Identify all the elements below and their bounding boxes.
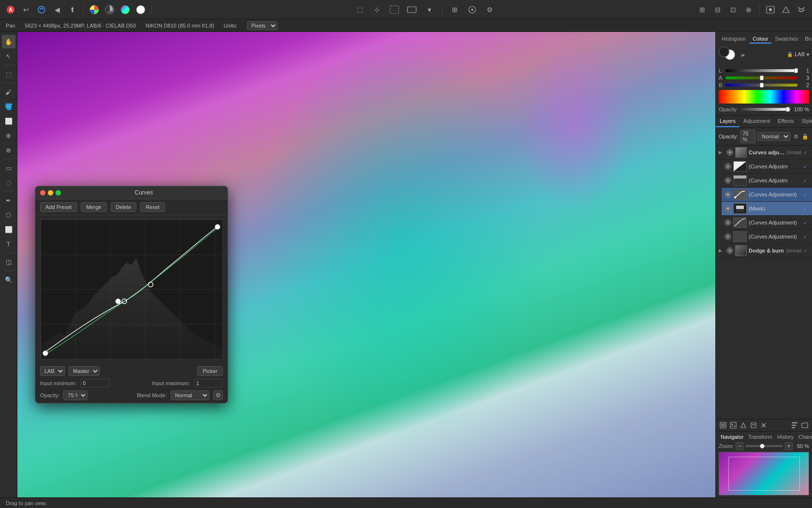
add-pixel-layer-btn[interactable] — [719, 421, 727, 430]
color-wheel-1[interactable] — [87, 3, 101, 16]
app-menu-icon[interactable]: A — [4, 3, 17, 16]
layer-vis-dodge[interactable] — [726, 247, 733, 254]
close-btn[interactable] — [40, 190, 45, 195]
layer-check-dodge[interactable]: ✓ — [803, 248, 809, 254]
layer-item-mask[interactable]: (Mask) ✓ — [722, 202, 812, 216]
layer-item-curves-group[interactable]: ▶ Curves adjustments (Group) ✓ — [716, 146, 812, 160]
add-image-layer-btn[interactable] — [729, 421, 738, 430]
redo-icon[interactable] — [35, 3, 48, 16]
layer-item-curves-5[interactable]: (Curves Adjustment) ✓ — [722, 230, 812, 244]
add-vector-layer-btn[interactable] — [739, 421, 748, 430]
heal-tool[interactable]: ⊗ — [2, 143, 15, 157]
units-select[interactable]: PixelsInchescm — [247, 21, 277, 30]
shape-tool[interactable]: ⬜ — [2, 223, 15, 236]
reset-btn[interactable]: Reset — [140, 202, 165, 212]
share-icon[interactable]: ⬆ — [66, 3, 79, 16]
color-wheel-3[interactable] — [118, 3, 132, 16]
A-thumb[interactable] — [760, 75, 764, 80]
layers-settings-icon[interactable]: ⚙ — [792, 132, 800, 141]
layer-vis-3[interactable] — [725, 191, 731, 198]
layer-check-4[interactable]: ✓ — [803, 220, 809, 225]
opacity-slider[interactable] — [739, 108, 790, 111]
colour-mode-chevron[interactable]: ▾ — [807, 52, 809, 57]
layers-blend-mode[interactable]: NormalMultiplyScreenOverlay — [757, 132, 790, 141]
view-icon-3[interactable]: ⊡ — [726, 3, 740, 16]
input-min-field[interactable] — [80, 379, 109, 388]
layer-check-2[interactable]: ✓ — [803, 178, 809, 183]
grid-icon[interactable]: ⊞ — [448, 3, 462, 16]
B-thumb[interactable] — [760, 83, 764, 88]
layer-vis-mask[interactable] — [725, 205, 731, 212]
view-icon-4[interactable]: ⊕ — [742, 3, 755, 16]
zoom-in-btn[interactable]: + — [785, 442, 793, 450]
nav-preview[interactable] — [719, 452, 809, 495]
pan-tool[interactable]: ✋ — [2, 35, 15, 48]
delete-layer-btn[interactable] — [759, 421, 768, 430]
zoom-tool[interactable]: 🔍 — [2, 273, 15, 286]
tab-navigator[interactable]: Navigator — [719, 433, 745, 440]
zoom-out-btn[interactable]: − — [736, 442, 743, 450]
select-marquee-tool[interactable]: ▭ — [2, 161, 15, 175]
curves-master-select[interactable]: Master — [69, 366, 100, 376]
select-icon[interactable]: ⊹ — [370, 3, 384, 16]
layer-check-3[interactable]: ✓ — [803, 192, 809, 197]
view-icon-2[interactable]: ⊟ — [711, 3, 725, 16]
layer-item-curves-3[interactable]: (Curves Adjustment) ✓ — [722, 188, 812, 202]
tab-brushes[interactable]: Brushes — [802, 35, 812, 44]
vector-tool[interactable]: ⬡ — [2, 208, 15, 222]
input-max-field[interactable] — [194, 379, 223, 388]
pen-tool[interactable]: ✒ — [2, 194, 15, 207]
dodge-burn-expand-icon[interactable]: ▶ — [719, 248, 725, 253]
move-tool[interactable]: ↖ — [2, 49, 15, 63]
layer-item-curves-1[interactable]: (Curves Adjustm ✓ — [722, 160, 812, 174]
layer-item-curves-2[interactable]: (Curves Adjustm ✓ — [722, 174, 812, 188]
L-slider[interactable] — [725, 69, 798, 72]
lasso-icon[interactable] — [388, 3, 401, 16]
curves-gear-btn[interactable]: ⚙ — [213, 390, 223, 400]
colour-spectrum[interactable] — [719, 90, 809, 104]
brush-mode-icon[interactable] — [405, 3, 419, 16]
delete-btn[interactable]: Delete — [111, 202, 137, 212]
merge-btn[interactable]: Merge — [81, 202, 106, 212]
crop-tool[interactable]: ⬚ — [2, 67, 15, 81]
persona-icon-1[interactable] — [764, 3, 777, 16]
layers-opacity-value[interactable]: 75 % — [740, 130, 755, 143]
curves-channel-select[interactable]: LABLAB — [40, 366, 65, 376]
layer-check-icon[interactable]: ✓ — [803, 150, 809, 155]
tab-swatches[interactable]: Swatches — [772, 35, 801, 44]
zoom-slider[interactable] — [745, 445, 783, 447]
tab-adjustment[interactable]: Adjustment — [740, 116, 774, 127]
opacity-thumb[interactable] — [786, 107, 790, 112]
tab-colour[interactable]: Colour — [750, 35, 771, 44]
persona-icon-3[interactable] — [795, 3, 808, 16]
undo-icon[interactable]: ↩ — [19, 3, 33, 16]
view-icon-1[interactable]: ⊞ — [696, 3, 709, 16]
curves-titlebar[interactable]: Curves — [35, 186, 228, 199]
zoom-thumb[interactable] — [760, 444, 765, 448]
swap-colours[interactable]: ⇄ — [741, 53, 745, 58]
fg-colour[interactable] — [719, 46, 729, 57]
tab-channels[interactable]: Channels — [797, 433, 812, 440]
layers-add-group-btn[interactable] — [800, 421, 809, 430]
picker-btn[interactable]: Picker — [197, 366, 223, 376]
erase-tool[interactable]: ⬜ — [2, 114, 15, 128]
fill-tool[interactable]: 🪣 — [2, 100, 15, 113]
text-tool[interactable]: T — [2, 237, 15, 251]
layer-vis-1[interactable] — [725, 163, 731, 170]
gradient-tool[interactable]: ◫ — [2, 255, 15, 269]
layer-vis-2[interactable] — [725, 177, 731, 184]
color-wheel-2[interactable] — [103, 3, 116, 16]
A-slider[interactable] — [725, 76, 798, 79]
curves-opacity-select[interactable]: 75 %100 %50 % — [63, 390, 87, 400]
layer-vis-5[interactable] — [725, 233, 731, 240]
tab-histogram[interactable]: Histogram — [719, 35, 749, 44]
tab-styles[interactable]: Styles — [798, 116, 812, 127]
crop-icon[interactable]: ⬚ — [353, 3, 366, 16]
L-thumb[interactable] — [794, 68, 798, 73]
B-slider[interactable] — [725, 84, 798, 87]
layer-visibility-icon[interactable] — [726, 149, 733, 156]
tab-transform[interactable]: Transform — [746, 433, 774, 440]
paint-icon[interactable] — [465, 3, 479, 16]
dropdown-icon[interactable]: ▾ — [422, 3, 436, 16]
select-brush-tool[interactable]: ◌ — [2, 176, 15, 189]
